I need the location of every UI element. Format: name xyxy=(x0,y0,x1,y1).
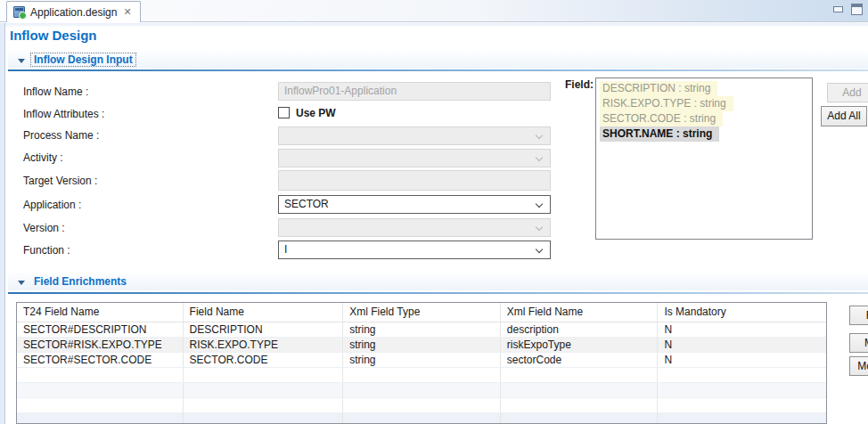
view-controls xyxy=(833,4,863,15)
cell-xml-field-name: sectorCode xyxy=(501,353,659,367)
field-list-label: Field: xyxy=(565,78,594,91)
field-list[interactable]: DESCRIPTION : string RISK.EXPO.TYPE : st… xyxy=(595,77,813,240)
chevron-down-icon xyxy=(536,246,543,253)
table-empty-row xyxy=(17,383,826,398)
cell-is-mandatory: N xyxy=(658,353,826,367)
field-list-item-selected[interactable]: SHORT.NAME : string xyxy=(600,126,719,142)
cell-xml-field-type: string xyxy=(343,322,501,337)
function-select[interactable]: I xyxy=(278,241,551,259)
cell-xml-field-name: description xyxy=(501,322,659,337)
collapse-arrow-icon[interactable] xyxy=(18,281,25,285)
section-title[interactable]: Field Enrichments xyxy=(31,275,129,288)
field-enrichments-table: T24 Field Name Field Name Xml Field Type… xyxy=(16,302,827,424)
cell-field-name: RISK.EXPO.TYPE xyxy=(184,338,344,352)
maximize-icon[interactable] xyxy=(851,4,863,15)
cell-xml-field-name: riskExpoType xyxy=(501,338,659,352)
form-left-margin xyxy=(0,23,5,424)
design-file-icon xyxy=(13,6,25,18)
inflow-attributes-label: Inflow Attributes : xyxy=(23,108,104,120)
table-empty-row xyxy=(17,368,826,383)
application-select[interactable]: SECTOR xyxy=(278,195,551,214)
chevron-down-icon xyxy=(536,154,543,161)
inflow-name-label: Inflow Name : xyxy=(23,86,88,98)
column-header-xml-field-type[interactable]: Xml Field Type xyxy=(343,303,501,322)
target-version-label: Target Version : xyxy=(23,175,97,187)
field-list-item[interactable]: RISK.EXPO.TYPE : string xyxy=(600,96,733,111)
column-header-xml-field-name[interactable]: Xml Field Name xyxy=(501,303,659,322)
activity-label: Activity : xyxy=(23,151,63,164)
application-select-value: SECTOR xyxy=(284,198,329,210)
process-name-label: Process Name : xyxy=(23,129,99,142)
table-empty-row xyxy=(17,398,826,413)
collapse-arrow-icon[interactable] xyxy=(18,59,25,63)
inflow-name-input: InflowPro01-Application xyxy=(278,82,551,101)
table-row[interactable]: SECTOR#DESCRIPTION DESCRIPTION string de… xyxy=(17,322,826,338)
cell-xml-field-type: string xyxy=(343,353,501,367)
cell-field-name: SECTOR.CODE xyxy=(184,353,344,367)
use-pw-checkbox-label: Use PW xyxy=(296,107,336,119)
cell-is-mandatory: N xyxy=(658,322,826,337)
page-title: Inflow Design xyxy=(10,28,97,43)
field-list-item[interactable]: DESCRIPTION : string xyxy=(600,81,717,96)
column-header-is-mandatory[interactable]: Is Mandatory xyxy=(658,303,826,322)
section-rule xyxy=(8,292,868,294)
chevron-down-icon xyxy=(536,132,543,139)
use-pw-checkbox[interactable] xyxy=(278,107,290,118)
header-gradient xyxy=(0,23,868,28)
target-version-input xyxy=(278,170,551,191)
chevron-down-icon xyxy=(536,224,543,231)
cell-field-name: DESCRIPTION xyxy=(184,322,344,337)
column-header-t24-field-name[interactable]: T24 Field Name xyxy=(17,303,184,322)
section-rule xyxy=(8,69,868,71)
move-down-button[interactable]: Move Down xyxy=(849,356,868,376)
add-button[interactable]: Add xyxy=(827,83,868,102)
editor-tab-bar: Application.design ✕ xyxy=(0,0,868,22)
table-header-row: T24 Field Name Field Name Xml Field Type… xyxy=(17,303,826,322)
tab-application-design[interactable]: Application.design ✕ xyxy=(6,1,141,22)
function-select-value: I xyxy=(284,243,287,256)
section-inflow-design-input[interactable]: Inflow Design Input xyxy=(8,51,868,69)
version-select xyxy=(278,218,551,237)
cell-t24-field-name: SECTOR#RISK.EXPO.TYPE xyxy=(17,338,184,352)
section-field-enrichments[interactable]: Field Enrichments xyxy=(8,273,868,290)
add-all-button[interactable]: Add All xyxy=(821,106,867,126)
tab-label: Application.design xyxy=(30,6,117,19)
chevron-down-icon xyxy=(536,200,543,208)
cell-xml-field-type: string xyxy=(343,338,501,352)
remove-button[interactable]: Remove xyxy=(849,306,868,325)
column-header-field-name[interactable]: Field Name xyxy=(184,303,344,322)
cell-t24-field-name: SECTOR#SECTOR.CODE xyxy=(17,353,184,367)
field-list-item[interactable]: SECTOR.CODE : string xyxy=(600,111,723,126)
table-empty-row xyxy=(17,413,826,424)
table-row[interactable]: SECTOR#SECTOR.CODE SECTOR.CODE string se… xyxy=(17,353,826,368)
activity-select xyxy=(278,149,551,167)
section-title[interactable]: Inflow Design Input xyxy=(31,53,135,66)
close-icon[interactable]: ✕ xyxy=(122,6,132,18)
table-row[interactable]: SECTOR#RISK.EXPO.TYPE RISK.EXPO.TYPE str… xyxy=(17,338,826,353)
function-label: Function : xyxy=(23,244,70,257)
editor-view: Application.design ✕ Inflow Design Inflo… xyxy=(0,0,868,424)
version-label: Version : xyxy=(23,222,65,234)
move-up-button[interactable]: Move Up xyxy=(849,333,868,353)
minimize-icon[interactable] xyxy=(833,6,843,12)
cell-t24-field-name: SECTOR#DESCRIPTION xyxy=(17,322,184,337)
cell-is-mandatory: N xyxy=(658,338,826,352)
application-label: Application : xyxy=(23,199,81,211)
process-name-select xyxy=(278,126,551,145)
